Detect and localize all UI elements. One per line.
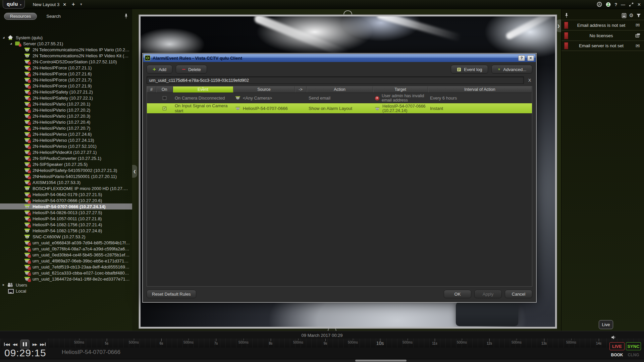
pin-icon[interactable] (565, 13, 569, 18)
advanced-button[interactable]: ▼ Advanced... (491, 65, 532, 74)
live-mode-button[interactable]: LIVE (609, 342, 625, 350)
tab-search[interactable]: Search (46, 14, 61, 19)
dialog-close-button[interactable]: ✕ (527, 55, 534, 61)
column-header-number[interactable]: # (147, 86, 156, 93)
tree-item[interactable]: 2N-HeliosIPForce (10.27.21.6) (0, 71, 132, 77)
jump-to-end-button[interactable]: ▶▶ (40, 343, 45, 346)
volume-icon[interactable] (611, 335, 616, 340)
rule-enabled-checkbox[interactable] (163, 107, 166, 110)
bookmarks-button[interactable]: BOOK (609, 353, 625, 357)
tree-item[interactable]: Users (0, 282, 132, 288)
rule-enabled-checkbox[interactable] (163, 96, 166, 100)
tree-item[interactable]: 2N-HeliosIPSafety (10.27.22.1) (0, 95, 132, 101)
tree-item[interactable]: 2NHeliosIPVario-5401250001 (10.27.20.11) (0, 173, 132, 179)
rule-row[interactable]: On Camera Disconnected <Any Camera> Send… (147, 93, 532, 103)
pin-icon[interactable] (124, 13, 128, 19)
rewind-button[interactable]: ◀◀ (12, 343, 17, 346)
tree-item[interactable]: urn_uuid_e066843f-a039-7d94-b8f5-20f984b… (0, 240, 132, 246)
help-icon[interactable]: ? (614, 2, 617, 7)
tree-item[interactable]: HeliosIP-54-1082-1756 (10.27.24.8) (0, 228, 132, 234)
column-header-arrow[interactable]: -> (295, 86, 307, 93)
notification-type-icon[interactable]: ✉ (634, 22, 641, 28)
tree-item[interactable]: 2N-Control4DS2DoorStation (10.27.52.110) (0, 59, 132, 65)
tree-item[interactable]: Local (0, 288, 132, 294)
notification-type-icon[interactable]: ✉ (634, 43, 641, 49)
tree-item[interactable]: 2N-HeliosIPVideoKit (10.27.27.1) (0, 149, 132, 155)
tab-list-dropdown[interactable]: ▼ (79, 3, 83, 6)
delete-rule-button[interactable]: − Delete (176, 65, 207, 74)
restore-window-icon[interactable] (629, 2, 634, 7)
expand-arrow-icon[interactable] (3, 284, 8, 286)
tree-item[interactable]: urn_uuid_4f869a37-06eb-39bc-eb5e-e171d37… (0, 258, 132, 264)
tree-item[interactable]: urn_uuid_1364472d-04a1-1f6f-8e2c-ed3377e… (0, 276, 132, 282)
tree-item[interactable]: 2N-HeliosIPVario (10.27.20.4) (0, 119, 132, 125)
tree-item[interactable]: HeliosIP-54-0642-0179 (10.27.21.5) (0, 191, 132, 197)
cancel-button[interactable]: Cancel (505, 290, 532, 298)
column-header-interval[interactable]: Interval of Action (428, 86, 532, 93)
new-tab-button[interactable]: + (72, 1, 75, 7)
gear-icon[interactable]: ⚙ (629, 13, 634, 18)
calendar-button[interactable]: CLNG (626, 353, 641, 357)
tree-item[interactable]: 2N-HeliosIPVario (10.27.20.7) (0, 125, 132, 131)
rotate-handle-icon[interactable] (343, 10, 352, 14)
apply-button[interactable]: Apply (474, 290, 502, 298)
tree-item[interactable]: 2N-HeliosIPVerso (10.27.52.101) (0, 143, 132, 149)
jump-to-start-button[interactable]: ◀◀ (4, 343, 9, 346)
tree-item[interactable]: 2N-HeliosIPVario (10.27.20.2) (0, 107, 132, 113)
tree-item[interactable]: HeliosIP-54-1082-1756 (10.27.21.4) (0, 222, 132, 228)
notification-row[interactable]: No licenses ✉ (561, 30, 644, 41)
tree-item[interactable]: 2N-HeliosIPForce (10.27.21.7) (0, 77, 132, 83)
tree-item[interactable]: 2NHeliosIPSafety-5410570002 (10.27.21.3) (0, 167, 132, 173)
tree-item[interactable]: 2N Telecommunications2N Helios IP Video … (0, 53, 132, 59)
dialog-help-button[interactable]: ? (518, 55, 525, 61)
tree-item[interactable]: 2N Telecommunications2N Helios IP Vario … (0, 47, 132, 53)
tree-item[interactable]: urn_uuid_7efdf519-cb13-23aa-8eff-4dc8555… (0, 264, 132, 270)
tree-item[interactable]: urn_uuid_621ca333-cbba-e027-1cec-bbafbf4… (0, 270, 132, 276)
tree-item[interactable]: 2N-SIPAudioConverter (10.27.25.1) (0, 155, 132, 161)
tree-item[interactable]: urn_uuid_0b776fc4-08a7-a7c4-a39d-c599fa2… (0, 246, 132, 252)
right-panel-collapse-handle[interactable]: ❯ (556, 19, 561, 32)
tab-close-icon[interactable]: ✕ (63, 2, 66, 7)
reset-default-rules-button[interactable]: Reset Default Rules (147, 290, 196, 298)
timeline-scrollbar-thumb[interactable] (355, 360, 407, 362)
tree-item[interactable]: 2N-HeliosIPSafety (10.27.21.2) (0, 89, 132, 95)
go-to-live-button[interactable]: Live (599, 320, 613, 329)
tree-item[interactable]: 2N-HeliosIPVerso (10.27.24.6) (0, 131, 132, 137)
screen-recording-icon[interactable] (597, 2, 602, 7)
minimize-icon[interactable]: — (621, 2, 625, 7)
notification-row[interactable]: Email server is not set ✉ (561, 41, 644, 51)
tree-item[interactable]: HeliosIP-54-0707-0666 (10.27.24.14) (0, 203, 132, 209)
clear-filter-icon[interactable]: X (527, 78, 532, 83)
notification-row[interactable]: Email address is not set ✉ (561, 20, 644, 30)
rule-row[interactable]: On Input Signal on Camera start HeliosIP… (147, 103, 532, 114)
sync-mode-button[interactable]: SYNC (626, 342, 641, 350)
event-log-button[interactable]: Event log (451, 65, 488, 74)
tree-item[interactable]: Server (10.27.55.21) (0, 41, 132, 47)
tree-item[interactable]: HeliosIP-54-0826-0013 (10.27.27.5) (0, 209, 132, 216)
filter-funnel-icon[interactable] (636, 13, 641, 17)
tree-item[interactable]: HeliosIP-54-1057-0011 (10.27.21.8) (0, 216, 132, 222)
tree-item[interactable]: 2N-SIPSpeaker (10.27.25.5) (0, 161, 132, 167)
timeline-ruler[interactable]: 500ms 5s 500ms 6s 500ms (0, 339, 644, 348)
tree-item[interactable]: HeliosIP-54-0707-0666 (10.27.20.6) (0, 197, 132, 203)
tree-item[interactable]: 2N-HeliosIPVerso (10.27.24.13) (0, 137, 132, 143)
notification-type-icon[interactable]: ✉ (634, 33, 641, 39)
tree-item[interactable]: 2N-HeliosIPForce (10.27.21.9) (0, 83, 132, 89)
dialog-titlebar[interactable]: O Alarm/Event Rules - Vista CCTV qulu Cl… (143, 54, 536, 62)
tree-item[interactable]: SNC-CX600W (10.27.53.2) (0, 234, 132, 240)
tree-item[interactable]: 2N-HeliosIPVario (10.27.20.1) (0, 101, 132, 107)
column-header-action[interactable]: Action (307, 86, 373, 93)
connection-status-icon[interactable] (606, 2, 611, 7)
tree-item[interactable]: 2N-HeliosIPVario (10.27.20.3) (0, 113, 132, 119)
tree-item[interactable]: 2N-HeliosIPForce (10.27.21.1) (0, 65, 132, 71)
tree-item[interactable]: urn_uuid_0ed30bb4-ce4f-5b45-3655-c2875b1… (0, 252, 132, 258)
expand-arrow-icon[interactable] (3, 36, 8, 39)
column-header-source[interactable]: Source (233, 86, 295, 93)
event-log-icon[interactable] (622, 13, 627, 18)
column-header-event[interactable]: ▴ Event (173, 86, 233, 93)
tree-item[interactable]: BOSCHFLEXIDOME IP micro 2000 HD (10.27.5… (0, 185, 132, 191)
column-header-target[interactable]: Target (373, 86, 428, 93)
left-panel-collapse-handle[interactable]: ❮ (132, 165, 137, 178)
close-window-icon[interactable]: ✕ (637, 2, 641, 7)
add-rule-button[interactable]: + Add (147, 65, 172, 74)
